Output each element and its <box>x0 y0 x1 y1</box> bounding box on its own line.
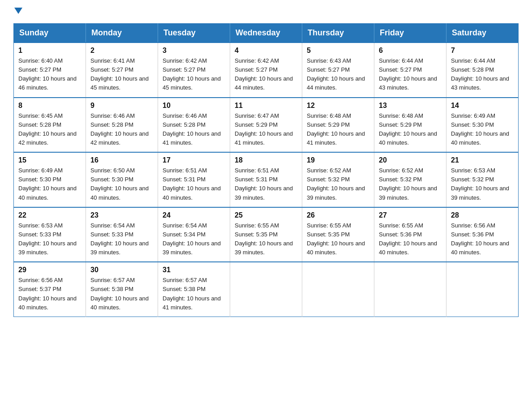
calendar-cell: 4Sunrise: 6:42 AMSunset: 5:27 PMDaylight… <box>230 43 302 98</box>
day-info: Sunrise: 6:48 AMSunset: 5:29 PMDaylight:… <box>307 111 369 148</box>
day-info: Sunrise: 6:57 AMSunset: 5:38 PMDaylight:… <box>90 276 153 312</box>
calendar-cell <box>446 262 519 317</box>
calendar-cell <box>302 262 374 317</box>
day-number: 30 <box>90 266 153 274</box>
calendar-cell: 2Sunrise: 6:41 AMSunset: 5:27 PMDaylight… <box>86 43 158 98</box>
day-number: 6 <box>379 47 442 55</box>
calendar-cell: 30Sunrise: 6:57 AMSunset: 5:38 PMDayligh… <box>86 262 158 317</box>
calendar-cell: 19Sunrise: 6:52 AMSunset: 5:32 PMDayligh… <box>302 152 374 207</box>
col-header-sunday: Sunday <box>14 24 86 43</box>
calendar-cell: 3Sunrise: 6:42 AMSunset: 5:27 PMDaylight… <box>158 43 230 98</box>
day-info: Sunrise: 6:54 AMSunset: 5:34 PMDaylight:… <box>163 221 225 257</box>
calendar-cell <box>230 262 302 317</box>
calendar-cell: 17Sunrise: 6:51 AMSunset: 5:31 PMDayligh… <box>158 152 230 207</box>
day-info: Sunrise: 6:55 AMSunset: 5:36 PMDaylight:… <box>379 221 442 257</box>
day-number: 8 <box>18 102 81 110</box>
calendar-cell: 23Sunrise: 6:54 AMSunset: 5:33 PMDayligh… <box>86 207 158 262</box>
day-info: Sunrise: 6:56 AMSunset: 5:36 PMDaylight:… <box>451 221 514 257</box>
day-info: Sunrise: 6:51 AMSunset: 5:31 PMDaylight:… <box>235 166 297 202</box>
calendar-cell: 9Sunrise: 6:46 AMSunset: 5:28 PMDaylight… <box>86 98 158 153</box>
day-info: Sunrise: 6:47 AMSunset: 5:29 PMDaylight:… <box>235 111 297 148</box>
col-header-monday: Monday <box>86 24 158 43</box>
day-number: 18 <box>235 156 297 164</box>
col-header-saturday: Saturday <box>446 24 519 43</box>
day-info: Sunrise: 6:53 AMSunset: 5:33 PMDaylight:… <box>18 221 81 257</box>
day-number: 28 <box>451 211 514 219</box>
calendar-cell <box>374 262 446 317</box>
day-info: Sunrise: 6:52 AMSunset: 5:32 PMDaylight:… <box>379 166 442 202</box>
day-number: 29 <box>18 266 81 274</box>
calendar-cell: 12Sunrise: 6:48 AMSunset: 5:29 PMDayligh… <box>302 98 374 153</box>
calendar-week-row: 22Sunrise: 6:53 AMSunset: 5:33 PMDayligh… <box>14 207 519 262</box>
calendar-cell: 11Sunrise: 6:47 AMSunset: 5:29 PMDayligh… <box>230 98 302 153</box>
day-number: 15 <box>18 156 81 164</box>
calendar-cell: 16Sunrise: 6:50 AMSunset: 5:30 PMDayligh… <box>86 152 158 207</box>
day-info: Sunrise: 6:57 AMSunset: 5:38 PMDaylight:… <box>163 276 225 312</box>
day-number: 1 <box>18 47 81 55</box>
calendar-cell: 24Sunrise: 6:54 AMSunset: 5:34 PMDayligh… <box>158 207 230 262</box>
calendar-cell: 15Sunrise: 6:49 AMSunset: 5:30 PMDayligh… <box>14 152 86 207</box>
day-number: 10 <box>163 102 225 110</box>
day-info: Sunrise: 6:44 AMSunset: 5:28 PMDaylight:… <box>451 56 514 93</box>
calendar-week-row: 8Sunrise: 6:45 AMSunset: 5:28 PMDaylight… <box>14 98 519 153</box>
day-info: Sunrise: 6:55 AMSunset: 5:35 PMDaylight:… <box>235 221 297 257</box>
logo-triangle-icon <box>14 8 22 14</box>
day-number: 12 <box>307 102 369 110</box>
calendar-cell: 27Sunrise: 6:55 AMSunset: 5:36 PMDayligh… <box>374 207 446 262</box>
calendar-cell: 10Sunrise: 6:46 AMSunset: 5:28 PMDayligh… <box>158 98 230 153</box>
day-number: 31 <box>163 266 225 274</box>
calendar-cell: 28Sunrise: 6:56 AMSunset: 5:36 PMDayligh… <box>446 207 519 262</box>
day-info: Sunrise: 6:46 AMSunset: 5:28 PMDaylight:… <box>163 111 225 148</box>
day-info: Sunrise: 6:51 AMSunset: 5:31 PMDaylight:… <box>163 166 225 202</box>
day-info: Sunrise: 6:50 AMSunset: 5:30 PMDaylight:… <box>90 166 153 202</box>
day-info: Sunrise: 6:49 AMSunset: 5:30 PMDaylight:… <box>18 166 81 202</box>
day-number: 19 <box>307 156 369 164</box>
calendar-cell: 14Sunrise: 6:49 AMSunset: 5:30 PMDayligh… <box>446 98 519 153</box>
day-info: Sunrise: 6:49 AMSunset: 5:30 PMDaylight:… <box>451 111 514 148</box>
calendar-cell: 1Sunrise: 6:40 AMSunset: 5:27 PMDaylight… <box>14 43 86 98</box>
day-number: 4 <box>235 47 297 55</box>
day-info: Sunrise: 6:45 AMSunset: 5:28 PMDaylight:… <box>18 111 81 148</box>
day-number: 27 <box>379 211 442 219</box>
day-number: 22 <box>18 211 81 219</box>
calendar-cell: 29Sunrise: 6:56 AMSunset: 5:37 PMDayligh… <box>14 262 86 317</box>
calendar-cell: 6Sunrise: 6:44 AMSunset: 5:27 PMDaylight… <box>374 43 446 98</box>
day-info: Sunrise: 6:46 AMSunset: 5:28 PMDaylight:… <box>90 111 153 148</box>
col-header-tuesday: Tuesday <box>158 24 230 43</box>
calendar-cell: 21Sunrise: 6:53 AMSunset: 5:32 PMDayligh… <box>446 152 519 207</box>
day-number: 9 <box>90 102 153 110</box>
day-number: 17 <box>163 156 225 164</box>
calendar-week-row: 1Sunrise: 6:40 AMSunset: 5:27 PMDaylight… <box>14 43 519 98</box>
col-header-thursday: Thursday <box>302 24 374 43</box>
col-header-wednesday: Wednesday <box>230 24 302 43</box>
page-header <box>13 9 519 15</box>
day-info: Sunrise: 6:53 AMSunset: 5:32 PMDaylight:… <box>451 166 514 202</box>
day-number: 20 <box>379 156 442 164</box>
day-info: Sunrise: 6:40 AMSunset: 5:27 PMDaylight:… <box>18 56 81 93</box>
day-info: Sunrise: 6:55 AMSunset: 5:35 PMDaylight:… <box>307 221 369 257</box>
calendar-cell: 26Sunrise: 6:55 AMSunset: 5:35 PMDayligh… <box>302 207 374 262</box>
day-info: Sunrise: 6:48 AMSunset: 5:29 PMDaylight:… <box>379 111 442 148</box>
col-header-friday: Friday <box>374 24 446 43</box>
day-info: Sunrise: 6:44 AMSunset: 5:27 PMDaylight:… <box>379 56 442 93</box>
calendar-cell: 7Sunrise: 6:44 AMSunset: 5:28 PMDaylight… <box>446 43 519 98</box>
calendar-cell: 25Sunrise: 6:55 AMSunset: 5:35 PMDayligh… <box>230 207 302 262</box>
calendar-header-row: SundayMondayTuesdayWednesdayThursdayFrid… <box>14 24 519 43</box>
day-number: 7 <box>451 47 514 55</box>
logo <box>13 9 22 15</box>
calendar-cell: 20Sunrise: 6:52 AMSunset: 5:32 PMDayligh… <box>374 152 446 207</box>
day-info: Sunrise: 6:42 AMSunset: 5:27 PMDaylight:… <box>163 56 225 93</box>
day-number: 26 <box>307 211 369 219</box>
day-number: 13 <box>379 102 442 110</box>
day-number: 2 <box>90 47 153 55</box>
calendar-week-row: 15Sunrise: 6:49 AMSunset: 5:30 PMDayligh… <box>14 152 519 207</box>
day-number: 14 <box>451 102 514 110</box>
day-info: Sunrise: 6:52 AMSunset: 5:32 PMDaylight:… <box>307 166 369 202</box>
day-number: 23 <box>90 211 153 219</box>
calendar-cell: 18Sunrise: 6:51 AMSunset: 5:31 PMDayligh… <box>230 152 302 207</box>
day-number: 3 <box>163 47 225 55</box>
calendar-cell: 22Sunrise: 6:53 AMSunset: 5:33 PMDayligh… <box>14 207 86 262</box>
day-info: Sunrise: 6:41 AMSunset: 5:27 PMDaylight:… <box>90 56 153 93</box>
day-number: 5 <box>307 47 369 55</box>
calendar-cell: 31Sunrise: 6:57 AMSunset: 5:38 PMDayligh… <box>158 262 230 317</box>
